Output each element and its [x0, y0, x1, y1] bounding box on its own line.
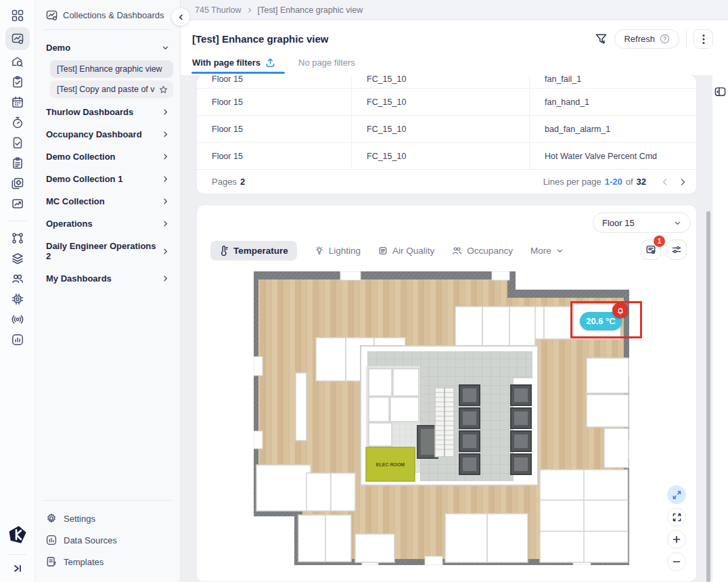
- collections-tree: Demo [Test] Enhance graphic view [Test] …: [35, 30, 180, 290]
- star-icon[interactable]: [159, 85, 168, 94]
- plus-icon: [673, 535, 681, 543]
- collections-dashboards-icon[interactable]: [5, 27, 30, 50]
- clipboard-list-icon[interactable]: [5, 153, 30, 173]
- display-settings-button[interactable]: [666, 240, 687, 260]
- breadcrumb: 745 Thurlow [Test] Enhance graphic view: [181, 0, 728, 20]
- sidebar-group-daily-engineer-operations-2[interactable]: Daily Engineer Operations 2: [43, 235, 173, 267]
- sidebar-group-occupancy-dashboard[interactable]: Occupancy Dashboard: [43, 123, 173, 146]
- elec-room-label: ELEC ROOM: [376, 462, 405, 467]
- lines-range[interactable]: 1-20: [605, 177, 622, 187]
- tab-lighting[interactable]: Lighting: [315, 246, 361, 256]
- apps-grid-icon[interactable]: [5, 5, 30, 26]
- tab-air-quality[interactable]: Air Quality: [378, 246, 434, 256]
- tab-more[interactable]: More: [530, 246, 564, 256]
- main-area: 745 Thurlow [Test] Enhance graphic view …: [181, 0, 728, 582]
- chevron-right-icon: [162, 220, 169, 227]
- chevron-right-icon: [162, 131, 169, 138]
- sidebar-group-my-dashboards[interactable]: My Dashboards: [43, 267, 173, 290]
- fullscreen-icon: [673, 513, 681, 522]
- previous-page-icon[interactable]: [661, 178, 669, 186]
- thermometer-icon: [219, 246, 229, 256]
- chip-icon[interactable]: [5, 289, 30, 309]
- header-divider: [686, 30, 687, 48]
- fullscreen-button[interactable]: [667, 508, 686, 527]
- chevron-down-icon: [674, 219, 681, 227]
- document-check-icon[interactable]: [5, 133, 30, 153]
- sidebar-footer-divider: [43, 500, 172, 501]
- sidebar-item-templates[interactable]: Templates: [35, 551, 180, 573]
- lightbulb-icon: [315, 246, 324, 256]
- chevron-right-icon: [162, 175, 169, 183]
- floorplan-viewport[interactable]: ELEC ROOM: [254, 271, 629, 565]
- chevron-right-icon: [162, 248, 169, 255]
- filter-funnel-icon[interactable]: [595, 32, 608, 45]
- alarm-bell-icon[interactable]: [612, 303, 628, 318]
- calendar-icon[interactable]: [5, 92, 30, 112]
- breadcrumb-separator-icon: [246, 7, 253, 14]
- refresh-button[interactable]: Refresh: [614, 29, 679, 49]
- plan-view-controls: [667, 485, 686, 571]
- broadcast-icon[interactable]: [5, 309, 30, 330]
- sidebar-group-demo[interactable]: Demo: [43, 37, 173, 59]
- sidebar-group-mc-collection[interactable]: MC Collection: [43, 190, 173, 212]
- sidebar: Collections & Dashboards Demo [Test] Enh…: [35, 0, 181, 582]
- sidebar-item-test-copy-and-paste[interactable]: [Test] Copy and paste of v: [50, 81, 173, 98]
- clipboard-check-icon[interactable]: [5, 72, 30, 92]
- table-row[interactable]: Floor 15 FC_15_10 fan_hand_1: [197, 89, 696, 116]
- sidebar-item-data-sources[interactable]: Data Sources: [35, 529, 180, 551]
- upload-icon[interactable]: [265, 58, 275, 68]
- sidebar-group-demo-collection[interactable]: Demo Collection: [43, 146, 173, 168]
- layers-icon[interactable]: [5, 248, 30, 269]
- collections-icon: [46, 9, 58, 21]
- floorplan-card: Floor 15 Temperature Lighting Air Qualit…: [197, 205, 696, 581]
- bar-chart-box-icon[interactable]: [5, 330, 30, 350]
- sidebar-group-thurlow-dashboards[interactable]: Thurlow Dashboards: [43, 101, 173, 123]
- zoom-in-button[interactable]: [667, 530, 686, 549]
- templates-icon: [46, 556, 57, 567]
- building-search-icon[interactable]: [5, 51, 30, 72]
- breadcrumb-root[interactable]: 745 Thurlow: [195, 5, 242, 15]
- expand-rail-icon[interactable]: [12, 563, 23, 574]
- page-title: [Test] Enhance graphic view: [192, 33, 328, 45]
- floor-select-dropdown[interactable]: Floor 15: [593, 212, 691, 233]
- vertical-scrollbar[interactable]: [706, 211, 710, 582]
- chevron-right-icon: [162, 108, 169, 116]
- chevron-down-icon: [162, 44, 169, 51]
- rail-divider: [9, 221, 26, 221]
- tab-no-page-filters[interactable]: No page filters: [298, 58, 355, 74]
- tab-temperature[interactable]: Temperature: [210, 241, 297, 261]
- sidebar-group-demo-collection-1[interactable]: Demo Collection 1: [43, 168, 173, 190]
- stopwatch-icon[interactable]: [5, 112, 30, 133]
- sidebar-group-operations[interactable]: Operations: [43, 212, 173, 235]
- resize-button[interactable]: [667, 485, 686, 504]
- tab-occupancy[interactable]: Occupancy: [452, 246, 513, 256]
- scroll-content: Floor 15 FC_15_10 fan_fail_1 Floor 15 FC…: [181, 75, 712, 582]
- more-options-button[interactable]: [693, 29, 713, 49]
- gallery-settings-icon[interactable]: [5, 173, 30, 194]
- image-chart-icon[interactable]: [5, 194, 30, 214]
- pages-label: Pages: [212, 177, 237, 187]
- sidebar-header-label: Collections & Dashboards: [63, 10, 164, 20]
- tab-with-page-filters[interactable]: With page filters: [192, 58, 275, 74]
- users-icon[interactable]: [5, 269, 30, 289]
- chevron-right-icon: [162, 198, 169, 205]
- workflow-nodes-icon[interactable]: [5, 228, 30, 248]
- sidebar-item-settings[interactable]: Settings: [35, 508, 180, 529]
- zoom-out-button[interactable]: [667, 552, 686, 571]
- chevron-right-icon: [162, 275, 169, 282]
- rail-bottom-divider: [9, 554, 26, 555]
- alerts-button[interactable]: 1: [641, 240, 661, 260]
- table-row[interactable]: Floor 15 FC_15_10 Hot Water Valve Percen…: [197, 143, 696, 170]
- sidebar-header: Collections & Dashboards: [35, 0, 180, 29]
- sidebar-item-test-enhance-graphic-view[interactable]: [Test] Enhance graphic view: [50, 60, 173, 78]
- points-table-card: Floor 15 FC_15_10 fan_fail_1 Floor 15 FC…: [197, 75, 696, 194]
- expand-arrows-icon: [673, 491, 681, 499]
- collapse-sidebar-button[interactable]: [172, 8, 189, 26]
- next-page-icon[interactable]: [679, 178, 687, 186]
- table-row[interactable]: Floor 15 FC_15_10 fan_fail_1: [197, 75, 696, 89]
- table-row[interactable]: Floor 15 FC_15_10 bad_fan_alarm_1: [197, 116, 696, 143]
- help-icon: [660, 34, 670, 44]
- minus-icon: [673, 558, 681, 566]
- breadcrumb-current: [Test] Enhance graphic view: [258, 5, 363, 15]
- open-right-panel-icon[interactable]: [714, 86, 727, 97]
